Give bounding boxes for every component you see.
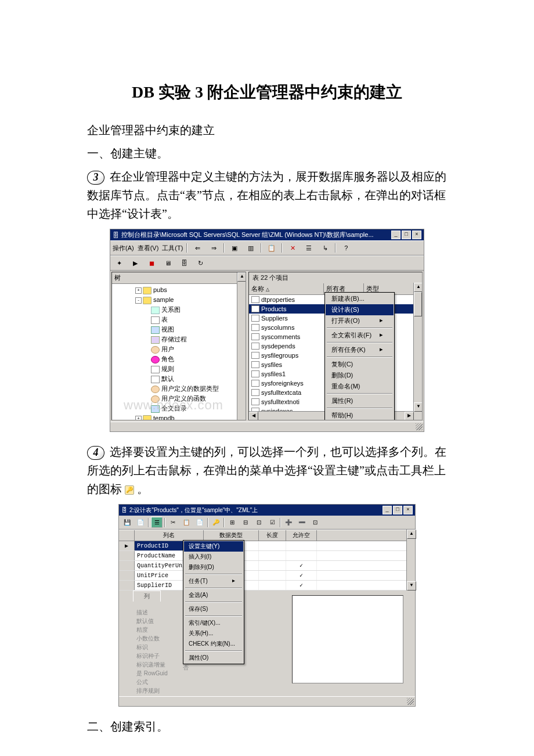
menu-item[interactable]: 打开表(O)▸ bbox=[326, 315, 394, 326]
cut-icon[interactable]: ✂ bbox=[167, 517, 179, 528]
menu-item[interactable]: 删除列(D) bbox=[184, 562, 243, 573]
grid-row[interactable]: ProductName bbox=[119, 551, 415, 561]
save-icon[interactable]: 💾 bbox=[121, 517, 133, 528]
tree-item[interactable]: 表 bbox=[114, 315, 243, 325]
col-name-header[interactable]: 名称 △ bbox=[249, 283, 324, 294]
resize-grip-icon[interactable] bbox=[416, 423, 423, 430]
minimize-button[interactable]: _ bbox=[391, 231, 400, 239]
export-icon[interactable]: ↳ bbox=[319, 242, 331, 254]
menu-item[interactable]: 插入列(I) bbox=[184, 552, 243, 562]
menu-item[interactable]: 设计表(S) bbox=[326, 304, 394, 315]
menu-item[interactable]: 全选(A) bbox=[184, 590, 243, 600]
menu-item[interactable]: 删除(D) bbox=[326, 370, 394, 381]
generate-icon[interactable]: ⊡ bbox=[309, 517, 321, 528]
tree-item[interactable]: 规则 bbox=[114, 364, 243, 374]
copy-icon[interactable]: 📋 bbox=[265, 242, 278, 254]
close-button[interactable]: × bbox=[403, 506, 413, 514]
menu-item[interactable]: 保存(S) bbox=[184, 604, 243, 614]
insert-row-icon[interactable]: ➕ bbox=[283, 517, 294, 528]
tree-item[interactable]: +tempdb bbox=[114, 413, 243, 420]
relation-icon[interactable]: ⊟ bbox=[240, 517, 251, 528]
scroll-left-icon[interactable]: ◀ bbox=[249, 412, 258, 420]
tree-item[interactable]: 关系图 bbox=[114, 305, 243, 315]
scroll-down-icon[interactable]: ▼ bbox=[407, 581, 416, 591]
tree-scrollbar[interactable]: ▲ bbox=[237, 272, 246, 420]
tree-item[interactable]: 全文目录 bbox=[114, 404, 243, 413]
scroll-right-icon[interactable]: ▶ bbox=[405, 412, 414, 420]
tree-item[interactable]: +pubs bbox=[114, 285, 243, 295]
tree-item[interactable]: -sample bbox=[114, 295, 243, 305]
grid-scrollbar[interactable]: ▲ ▼ bbox=[406, 530, 415, 591]
tree-item[interactable]: 角色 bbox=[114, 354, 243, 364]
menu-item[interactable]: 设置主键(Y) bbox=[184, 541, 243, 552]
grid-col-name[interactable]: 列名 bbox=[135, 530, 204, 541]
primary-key-icon[interactable]: 🔑 bbox=[210, 517, 222, 528]
context-menu[interactable]: 设置主键(Y)插入列(I)删除列(D)任务(T)▸全选(A)保存(S)索引/键(… bbox=[183, 540, 244, 664]
nav-forward-icon[interactable]: ⇒ bbox=[207, 242, 220, 254]
maximize-button[interactable]: □ bbox=[393, 506, 402, 514]
scroll-down-icon[interactable]: ▼ bbox=[414, 402, 423, 412]
menu-item[interactable]: 新建表(B)... bbox=[326, 293, 394, 304]
trigger-icon[interactable]: ⊡ bbox=[253, 517, 265, 528]
menu-item[interactable]: 属性(O) bbox=[184, 653, 243, 663]
tree-item[interactable]: 视图 bbox=[114, 325, 243, 334]
menu-item[interactable]: 全文索引表(F)▸ bbox=[326, 330, 394, 341]
refresh-icon[interactable]: ↻ bbox=[194, 257, 207, 269]
menu-tools[interactable]: 工具(T) bbox=[162, 244, 183, 253]
resize-grip-icon[interactable] bbox=[407, 698, 414, 705]
menu-item[interactable]: CHECK 约束(N)... bbox=[184, 639, 243, 649]
tree-item[interactable]: 用户定义的函数 bbox=[114, 394, 243, 404]
menu-item[interactable]: 所有任务(K)▸ bbox=[326, 344, 394, 355]
tree-item[interactable]: 默认 bbox=[114, 374, 243, 384]
scroll-up-icon[interactable]: ▲ bbox=[237, 272, 246, 282]
context-menu[interactable]: 新建表(B)...设计表(S)打开表(O)▸全文索引表(F)▸所有任务(K)▸复… bbox=[324, 292, 395, 420]
menu-view[interactable]: 查看(V) bbox=[138, 244, 159, 253]
menu-item[interactable]: 重命名(M) bbox=[326, 381, 394, 392]
menu-item[interactable]: 任务(T)▸ bbox=[184, 576, 243, 586]
up-icon[interactable]: ▣ bbox=[228, 242, 241, 254]
wizard-icon[interactable]: ✦ bbox=[113, 257, 125, 269]
minimize-button[interactable]: _ bbox=[383, 506, 392, 514]
grid-row[interactable]: ▶ProductID bbox=[119, 541, 415, 551]
grid-row[interactable]: SupplierID✓ bbox=[119, 581, 415, 591]
paste-icon[interactable]: 📄 bbox=[194, 517, 205, 528]
tree-item[interactable]: 存储过程 bbox=[114, 334, 243, 344]
grid-col-null[interactable]: 允许空 bbox=[286, 530, 317, 541]
grid-row[interactable]: QuantityPerUnit✓ bbox=[119, 561, 415, 571]
nav-back-icon[interactable]: ⇐ bbox=[191, 242, 204, 254]
copy-icon[interactable]: 📋 bbox=[181, 517, 192, 528]
grid-col-type[interactable]: 数据类型 bbox=[204, 530, 259, 541]
server-icon[interactable]: 🖥 bbox=[161, 257, 174, 269]
grid-col-len[interactable]: 长度 bbox=[259, 530, 286, 541]
close-button[interactable]: × bbox=[412, 231, 421, 239]
delete-row-icon[interactable]: ➖ bbox=[296, 517, 308, 528]
properties-icon[interactable]: ☰ bbox=[302, 242, 315, 254]
stop-icon[interactable]: ◼ bbox=[145, 257, 158, 269]
db-icon[interactable]: 🗄 bbox=[178, 257, 190, 269]
menu-action[interactable]: 操作(A) bbox=[113, 244, 134, 253]
index-icon[interactable]: ⊞ bbox=[226, 517, 238, 528]
maximize-button[interactable]: □ bbox=[402, 231, 411, 239]
run-icon[interactable]: ▶ bbox=[129, 257, 142, 269]
menu-item[interactable]: 帮助(H) bbox=[326, 410, 394, 420]
menu-item[interactable]: 复制(C) bbox=[326, 359, 394, 370]
menu-item[interactable]: 属性(R) bbox=[326, 395, 394, 406]
list-pane[interactable]: 表 22 个项目 名称 △ 所有者 类型 dtpropertiesdbo系统Pr… bbox=[248, 272, 423, 420]
grid-row[interactable]: UnitPrice✓ bbox=[119, 571, 415, 581]
delete-icon[interactable]: ✕ bbox=[286, 242, 299, 254]
scroll-up-icon[interactable]: ▲ bbox=[407, 530, 416, 539]
list-icon[interactable]: ▥ bbox=[244, 242, 257, 254]
help-icon[interactable]: ? bbox=[340, 242, 352, 254]
scroll-up-icon[interactable]: ▲ bbox=[414, 283, 423, 292]
menu-item[interactable]: 索引/键(X)... bbox=[184, 618, 243, 628]
properties-value-box[interactable] bbox=[292, 595, 403, 683]
properties-tab[interactable]: 列 bbox=[133, 591, 161, 602]
script-icon[interactable]: 📄 bbox=[135, 517, 146, 528]
menu-item[interactable]: 关系(H)... bbox=[184, 628, 243, 639]
list-scrollbar-v[interactable]: ▲ ▼ bbox=[413, 283, 422, 420]
check-icon[interactable]: ☑ bbox=[266, 517, 278, 528]
tree-pane[interactable]: 树 +pubs-sample关系图表视图存储过程用户角色规则默认用户定义的数据类… bbox=[111, 272, 246, 420]
tree-item[interactable]: 用户 bbox=[114, 344, 243, 354]
tree-item[interactable]: 用户定义的数据类型 bbox=[114, 384, 243, 394]
scroll-thumb[interactable] bbox=[414, 292, 422, 316]
